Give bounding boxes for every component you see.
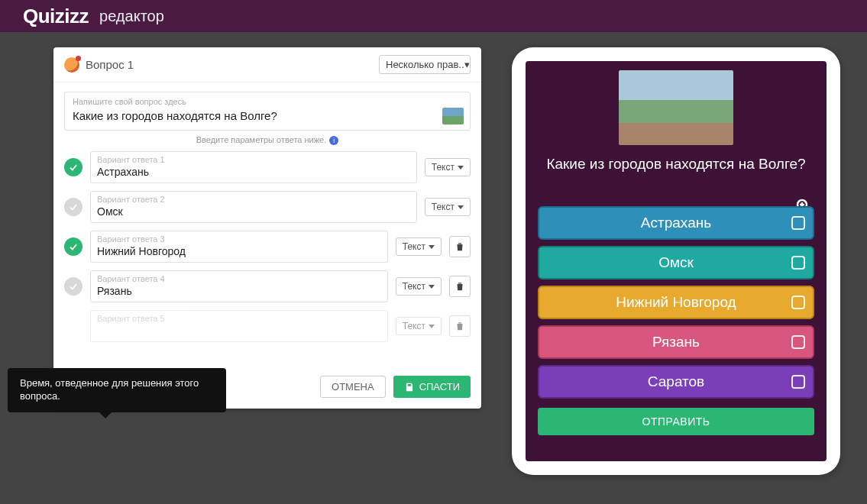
checkbox-icon xyxy=(791,216,805,230)
chevron-down-icon xyxy=(429,325,435,328)
answers-list: Вариант ответа 1 Астрахань Текст Вариант… xyxy=(53,151,481,342)
preview-screen: Какие из городов находятся на Волге? Аст… xyxy=(526,61,827,461)
checkbox-icon xyxy=(791,375,805,389)
cancel-button[interactable]: ОТМЕНА xyxy=(320,376,386,398)
chevron-down-icon xyxy=(458,166,464,170)
answer-input[interactable]: Вариант ответа 2 Омск xyxy=(90,191,417,223)
answer-type-select[interactable]: Текст xyxy=(396,317,442,335)
info-icon[interactable]: i xyxy=(329,136,338,145)
answer-type-select[interactable]: Текст xyxy=(396,277,442,296)
question-editor-card: Вопрос 1 Несколько прав..▾ Напишите свой… xyxy=(53,47,481,409)
answer-input[interactable]: Вариант ответа 3 Нижний Новгород xyxy=(90,231,388,263)
save-button[interactable]: СПАСТИ xyxy=(393,376,471,398)
delete-answer-button[interactable] xyxy=(449,315,471,337)
time-tooltip: Время, отведенное для решения этого вопр… xyxy=(8,368,226,412)
preview-submit-button[interactable]: ОТПРАВИТЬ xyxy=(538,408,814,435)
save-icon xyxy=(404,382,415,393)
answer-type-select[interactable]: Текст xyxy=(425,198,471,216)
chevron-down-icon xyxy=(429,285,435,289)
answer-row: Вариант ответа 3 Нижний Новгород Текст xyxy=(64,231,471,263)
editor-mode-label: редактор xyxy=(99,8,164,25)
question-text: Какие из городов находятся на Волге? xyxy=(73,109,462,122)
preview-option[interactable]: Нижний Новгород xyxy=(538,286,814,319)
question-type-select[interactable]: Несколько прав..▾ xyxy=(379,55,471,74)
checkbox-icon xyxy=(791,296,805,309)
correct-toggle[interactable] xyxy=(64,277,82,296)
answer-type-select[interactable]: Текст xyxy=(425,158,471,176)
answer-input[interactable]: Вариант ответа 5 xyxy=(90,310,388,342)
correct-toggle[interactable] xyxy=(64,158,82,176)
preview-option[interactable]: Рязань xyxy=(538,325,814,359)
preview-option[interactable]: Астрахань xyxy=(538,206,814,240)
preview-tablet: Какие из городов находятся на Волге? Аст… xyxy=(512,47,840,475)
chevron-down-icon xyxy=(458,205,464,209)
preview-question-image xyxy=(619,70,733,145)
answer-row: Вариант ответа 2 Омск Текст xyxy=(64,191,471,223)
delete-answer-button[interactable] xyxy=(449,236,471,257)
brand-logo: Quizizz xyxy=(23,5,89,28)
question-input[interactable]: Напишите свой вопрос здесь Какие из горо… xyxy=(64,92,471,131)
correct-toggle[interactable] xyxy=(64,198,82,216)
checkbox-icon xyxy=(791,256,805,270)
answer-row: Вариант ответа 5 Текст xyxy=(64,310,471,342)
preview-question-text: Какие из городов находятся на Волге? xyxy=(546,156,805,173)
question-icon xyxy=(64,57,79,73)
answer-input[interactable]: Вариант ответа 4 Рязань xyxy=(90,270,388,302)
answer-type-select[interactable]: Текст xyxy=(396,237,442,256)
correct-toggle[interactable] xyxy=(64,237,82,256)
question-placeholder: Напишите свой вопрос здесь xyxy=(73,97,462,106)
preview-option[interactable]: Омск xyxy=(538,246,814,279)
answer-row: Вариант ответа 4 Рязань Текст xyxy=(64,270,471,302)
checkbox-icon xyxy=(791,335,805,349)
preview-option[interactable]: Саратов xyxy=(538,365,814,399)
answer-row: Вариант ответа 1 Астрахань Текст xyxy=(64,151,471,183)
chevron-down-icon xyxy=(429,245,435,249)
topbar: Quizizz редактор xyxy=(0,0,867,32)
question-number: Вопрос 1 xyxy=(86,58,134,71)
question-image-thumb[interactable] xyxy=(442,108,464,124)
delete-answer-button[interactable] xyxy=(449,276,471,297)
answer-input[interactable]: Вариант ответа 1 Астрахань xyxy=(90,151,417,183)
answer-hint: Введите параметры ответа ниже.i xyxy=(53,135,481,145)
